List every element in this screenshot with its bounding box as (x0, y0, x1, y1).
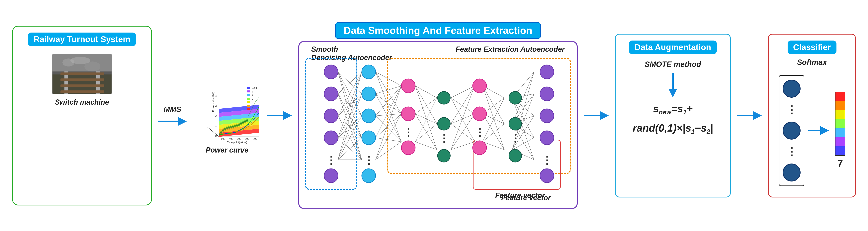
arrow-to-augmentation (584, 111, 609, 120)
svg-point-130 (324, 65, 338, 79)
svg-line-80 (375, 114, 401, 116)
mms-arrow-right (158, 117, 187, 126)
svg-point-142 (401, 79, 415, 93)
svg-line-102 (451, 124, 474, 142)
svg-point-132 (324, 109, 338, 123)
classifier-node-1 (783, 80, 801, 98)
svg-point-135 (324, 169, 338, 183)
svg-text:/ 6: / 6 (251, 108, 253, 111)
svg-point-138 (362, 109, 375, 123)
feature-vector-label: Feature vector (495, 191, 545, 200)
svg-line-93 (415, 114, 437, 150)
colorbar-seg-3 (835, 110, 845, 119)
classifier-nodes-box: ⋮ ⋮ (779, 75, 804, 186)
svg-point-151 (473, 107, 487, 121)
colorbar-seg-7 (835, 146, 845, 155)
svg-point-155 (509, 117, 522, 130)
arrow-head-4 (753, 111, 762, 120)
arrow-line-3 (584, 115, 600, 116)
svg-rect-42 (247, 101, 250, 103)
svg-text:200: 200 (245, 138, 249, 140)
svg-text:⋮: ⋮ (542, 154, 552, 166)
svg-line-84 (375, 138, 401, 142)
svg-point-147 (438, 117, 451, 130)
svg-point-143 (401, 107, 415, 121)
mms-arrow: MMS (158, 105, 187, 126)
colorbar-seg-6 (835, 137, 845, 146)
svg-text:/ 3: / 3 (251, 97, 253, 100)
svg-point-141 (362, 169, 375, 183)
classifier-box: Classifier Softmax ⋮ ⋮ (768, 34, 856, 198)
data-smoothing-title: Data Smoothing And Feature Extraction (335, 22, 541, 39)
classifier-node-3 (783, 164, 801, 181)
svg-point-139 (362, 131, 375, 145)
svg-point-159 (540, 87, 554, 101)
svg-rect-44 (247, 105, 250, 107)
svg-text:⋮: ⋮ (439, 132, 449, 144)
arrow-line-4 (737, 115, 753, 116)
svg-point-157 (509, 149, 522, 162)
svg-text:/ 1: / 1 (251, 90, 253, 93)
arrow-head (178, 117, 187, 126)
power-caption: Power curve (206, 146, 248, 154)
colorbar-seg-5 (835, 128, 845, 137)
svg-line-14 (207, 127, 219, 137)
svg-rect-36 (247, 90, 250, 92)
svg-line-74 (375, 72, 401, 114)
svg-line-112 (483, 98, 504, 142)
power-curve-chart: 0 1 2 3 4 500 400 300 200 100 Power valu… (193, 77, 261, 145)
svg-line-90 (415, 86, 437, 150)
svg-rect-38 (247, 94, 250, 96)
arrow-to-classifier (737, 111, 762, 120)
svg-rect-5 (60, 79, 104, 81)
classifier-arrow-head (820, 126, 829, 135)
svg-point-145 (401, 141, 415, 155)
svg-point-137 (362, 87, 375, 101)
svg-line-73 (375, 72, 401, 86)
switch-machine-image (52, 54, 112, 94)
arrow-line-2 (267, 115, 283, 116)
colorbar-section: 7 (833, 92, 845, 169)
classifier-arrow-line (808, 130, 820, 132)
data-smoothing-outer: Smooth Denoising Autoencoder Feature Ext… (298, 41, 578, 209)
class-count: 7 (837, 157, 843, 169)
railway-content-row: Switch machine (52, 54, 112, 107)
svg-text:/ 4: / 4 (251, 101, 253, 104)
railway-title: Railway Turnout System (28, 33, 136, 46)
svg-line-83 (375, 114, 401, 138)
formula-line1: snew=s1+ (633, 102, 713, 117)
feature-extraction-label: Feature Extraction Autoencoder (456, 45, 565, 54)
softmax-label: Softmax (797, 58, 827, 67)
colorbar (835, 92, 845, 156)
svg-point-133 (324, 131, 338, 145)
svg-text:⋮: ⋮ (403, 126, 413, 138)
svg-point-146 (438, 91, 451, 104)
svg-line-86 (375, 114, 401, 160)
svg-text:400: 400 (229, 138, 233, 140)
nn-svg: ⋮ ⋮ ⋮ ⋮ (305, 58, 571, 190)
svg-line-103 (451, 86, 474, 150)
smote-label: SMOTE method (645, 60, 701, 69)
smooth-label: Smooth (311, 45, 338, 54)
svg-point-136 (362, 65, 375, 79)
arrow-head-2 (283, 111, 292, 120)
colorbar-seg-4 (835, 119, 845, 128)
svg-point-158 (540, 65, 554, 79)
svg-line-87 (375, 142, 401, 160)
switch-caption: Switch machine (55, 98, 109, 107)
augmentation-formula: snew=s1+ rand(0,1)×|s1−s2| (633, 102, 713, 136)
main-container: Railway Turnout System (0, 0, 868, 231)
arrow-line (158, 121, 178, 122)
augmentation-box: Data Augmentation SMOTE method snew=s1+ … (615, 34, 731, 198)
svg-line-88 (415, 86, 437, 98)
colorbar-seg-1 (835, 92, 845, 101)
svg-line-81 (375, 116, 401, 142)
svg-text:4: 4 (215, 94, 217, 97)
svg-text:1: 1 (215, 124, 217, 127)
svg-line-82 (375, 86, 401, 138)
svg-text:⋮: ⋮ (510, 132, 520, 144)
classifier-dots: ⋮ (786, 104, 797, 116)
svg-rect-6 (60, 84, 104, 87)
down-arrow-line (672, 73, 674, 89)
svg-point-163 (540, 169, 554, 183)
